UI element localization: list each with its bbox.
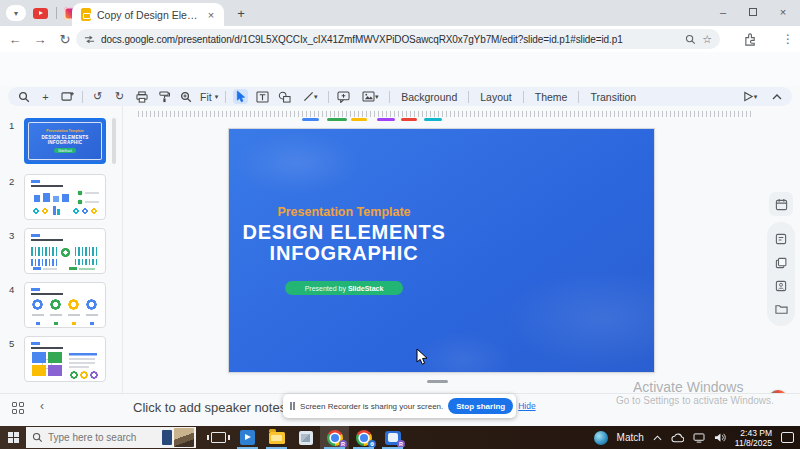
select-tool-icon[interactable] [233, 89, 248, 104]
hide-menus-icon[interactable] [769, 89, 784, 104]
text-box-icon[interactable] [255, 89, 270, 104]
speaker-notes-placeholder[interactable]: Click to add speaker notes [133, 400, 286, 415]
insert-line-icon[interactable]: ▾ [299, 89, 321, 104]
bookmark-star-icon[interactable]: ☆ [702, 33, 712, 46]
browser-menu-icon[interactable]: ⋮ [780, 30, 796, 48]
filmstrip-scrollbar[interactable] [112, 118, 116, 164]
thumb1-title1: DESIGN ELEMENTS [42, 135, 89, 140]
collapse-filmstrip-icon[interactable]: ‹ [40, 399, 44, 413]
insert-comment-icon[interactable] [336, 89, 351, 104]
slide-canvas[interactable]: Presentation Template DESIGN ELEMENTS IN… [228, 128, 655, 373]
insert-image-icon[interactable]: ▾ [358, 89, 382, 104]
volume-icon[interactable] [714, 432, 726, 443]
taskbar-chrome-profile2[interactable]: ⚙ [349, 426, 378, 449]
new-slide-icon[interactable]: + [38, 89, 53, 104]
paint-format-icon[interactable] [156, 89, 171, 104]
start-button[interactable] [0, 426, 26, 449]
slide-kicker[interactable]: Presentation Template [229, 205, 459, 219]
slide-number: 4 [9, 284, 14, 295]
slide-number: 3 [9, 230, 14, 241]
thumb1-badge: SlideStack [54, 148, 76, 153]
tab-search-button[interactable]: ▾ [6, 5, 26, 21]
print-icon[interactable] [134, 89, 149, 104]
side-panel-rail [767, 222, 795, 326]
ruler-mark-purple [377, 118, 395, 121]
new-tab-button[interactable]: + [232, 5, 250, 22]
thumbnail-image-3[interactable] [24, 228, 106, 274]
window-maximize-button[interactable] [738, 0, 768, 24]
active-tab[interactable]: Copy of Design Elements Infographics × [72, 3, 224, 26]
zoom-fit-dropdown[interactable]: Fit ▾ [200, 91, 218, 103]
search-daily-image[interactable] [174, 428, 194, 447]
notes-resize-handle[interactable] [427, 380, 448, 383]
slide-title-line1[interactable]: DESIGN ELEMENTS [229, 221, 459, 244]
pinned-tab-youtube[interactable] [30, 6, 50, 20]
forward-button[interactable]: → [30, 29, 50, 49]
thumbnail-image-4[interactable] [24, 282, 106, 328]
taskbar-chrome-profile1[interactable]: R [320, 426, 349, 449]
extensions-icon[interactable] [742, 31, 758, 47]
back-button[interactable]: ← [5, 29, 25, 49]
side-panel-folder-icon[interactable] [775, 304, 788, 315]
reload-button[interactable]: ↻ [55, 29, 75, 49]
window-controls: – × [708, 0, 798, 24]
onedrive-icon[interactable] [671, 433, 684, 443]
site-info-icon[interactable] [84, 34, 95, 45]
tab-close-button[interactable]: × [204, 8, 218, 22]
slide-title-line2[interactable]: INFOGRAPHIC [229, 242, 459, 265]
task-view-button[interactable] [204, 426, 233, 449]
stop-sharing-button[interactable]: Stop sharing [448, 398, 513, 414]
network-icon[interactable] [693, 433, 705, 443]
grid-view-icon[interactable] [12, 402, 25, 415]
search-menus-icon[interactable] [16, 89, 31, 104]
news-widget-icon[interactable] [594, 431, 608, 445]
transition-button[interactable]: Transition [586, 91, 640, 103]
task-view-icon [211, 432, 226, 443]
hide-link[interactable]: Hide [518, 401, 535, 411]
side-panel-tasks-icon[interactable] [775, 257, 787, 269]
tray-chevron-up-icon[interactable] [653, 435, 662, 441]
pointer-mode-icon[interactable]: ▾ [738, 89, 762, 104]
side-panel-keep-icon[interactable] [775, 233, 787, 245]
insert-shape-icon[interactable] [277, 89, 292, 104]
undo-icon[interactable]: ↺ [90, 89, 105, 104]
taskbar-search[interactable] [26, 427, 196, 448]
browser-tab-strip: ▾ Copy of Design Elements Infographics ×… [0, 0, 800, 26]
thumbnail-image-5[interactable] [24, 336, 106, 382]
work-area: 1 Presentation Template DESIGN ELEMENTS … [0, 106, 800, 426]
slide-number: 2 [9, 176, 14, 187]
side-panel-contacts-icon[interactable] [775, 280, 787, 292]
taskbar-photos-app[interactable] [291, 426, 320, 449]
redo-icon[interactable]: ↻ [112, 89, 127, 104]
zoom-icon[interactable] [178, 89, 193, 104]
share-message: Screen Recorder is sharing your screen. [300, 402, 443, 411]
thumbnail-image-2[interactable] [24, 174, 106, 220]
window-close-button[interactable]: × [768, 0, 798, 24]
taskbar-movies-app[interactable] [233, 426, 262, 449]
url-bar[interactable]: docs.google.com/presentation/d/1C9L5XQCC… [76, 29, 720, 49]
slide-presented-badge[interactable]: Presented bySlideStack [285, 281, 403, 295]
search-icon [32, 432, 43, 443]
background-button[interactable]: Background [397, 91, 461, 103]
search-input[interactable] [48, 432, 140, 443]
taskbar-clock[interactable]: 2:43 PM 11/8/2025 [735, 428, 772, 448]
folder-icon [269, 432, 285, 444]
taskbar-recorder-app[interactable]: R [378, 426, 407, 449]
window-minimize-button[interactable]: – [708, 0, 738, 24]
thumbnail-image-1[interactable]: Presentation Template DESIGN ELEMENTS IN… [24, 118, 106, 164]
taskbar-files-app[interactable] [262, 426, 291, 449]
notification-center-icon[interactable] [781, 432, 794, 443]
clock-date: 11/8/2025 [735, 438, 772, 448]
layout-button[interactable]: Layout [476, 91, 516, 103]
thumb1-title2: INFOGRAPHIC [48, 140, 82, 145]
system-tray: Match 2:43 PM 11/8/2025 [594, 428, 800, 448]
ruler-mark-teal [424, 118, 442, 121]
new-slide-layout-icon[interactable] [60, 89, 75, 104]
zoom-page-icon[interactable] [685, 34, 696, 45]
side-panel-calendar-icon[interactable] [769, 192, 793, 216]
theme-button[interactable]: Theme [531, 91, 572, 103]
movies-tv-icon [240, 430, 255, 445]
news-widget-label[interactable]: Match [617, 432, 644, 443]
thumb1-kicker: Presentation Template [46, 129, 83, 133]
chevron-down-icon: ▾ [215, 93, 219, 101]
